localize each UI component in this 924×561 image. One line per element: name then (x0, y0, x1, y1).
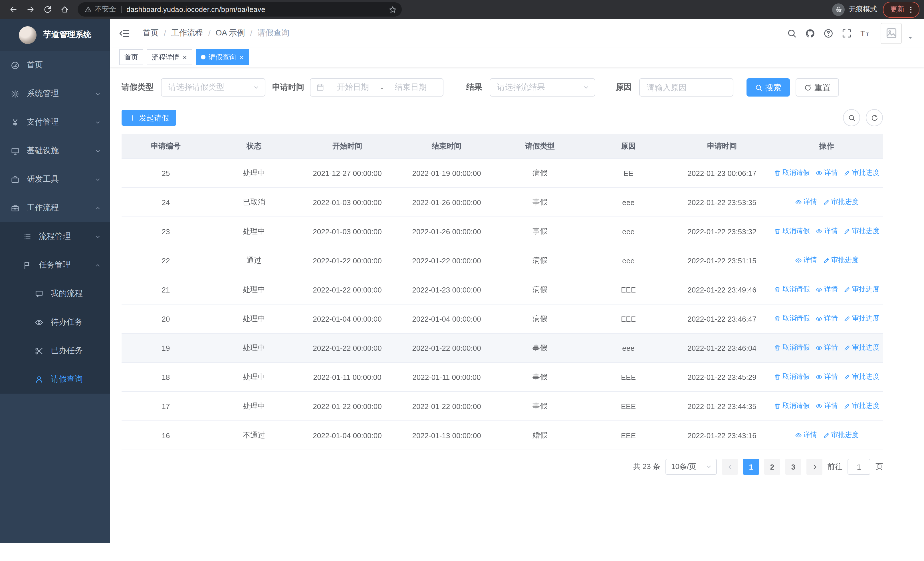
table-row-19: 19处理中2022-01-22 00:00:002022-01-22 00:00… (122, 333, 883, 362)
breadcrumb-item[interactable]: 工作流程 (171, 28, 203, 38)
tab-label: 首页 (124, 52, 138, 62)
breadcrumb-separator: / (250, 29, 252, 38)
sidebar-item-我的流程[interactable]: 我的流程 (0, 279, 110, 308)
audit-link[interactable]: 审批进度 (823, 197, 859, 207)
audit-link[interactable]: 审批进度 (843, 285, 879, 295)
audit-link[interactable]: 审批进度 (843, 168, 879, 178)
hamburger-icon[interactable] (119, 28, 129, 39)
table-row-20: 20处理中2022-01-04 00:00:002022-01-04 00:00… (122, 304, 883, 333)
detail-link[interactable]: 详情 (816, 227, 838, 236)
github-icon[interactable] (805, 28, 815, 38)
page-suffix-label: 页 (876, 462, 883, 472)
kebab-menu-icon[interactable] (904, 3, 917, 16)
audit-link[interactable]: 审批进度 (823, 430, 859, 440)
sidebar-logo[interactable]: 芋道管理系统 (0, 19, 110, 51)
tab-close-icon[interactable]: × (239, 53, 244, 61)
sidebar-item-工作流程[interactable]: 工作流程 (0, 194, 110, 222)
help-icon[interactable] (824, 28, 833, 38)
page-button-2[interactable]: 2 (764, 459, 780, 475)
cancel-link[interactable]: 取消请假 (774, 343, 810, 353)
chevron-down-icon (253, 84, 260, 91)
page-button-3[interactable]: 3 (785, 459, 801, 475)
url-bar[interactable]: 不安全 dashboard.yudao.iocoder.cn/bpm/oa/le… (78, 2, 402, 17)
sidebar-item-基础设施[interactable]: 基础设施 (0, 137, 110, 165)
tab-close-icon[interactable]: × (183, 53, 187, 61)
cancel-link[interactable]: 取消请假 (774, 314, 810, 323)
leave-type-select[interactable]: 请选择请假类型 (161, 78, 266, 96)
detail-link[interactable]: 详情 (816, 401, 838, 411)
detail-link[interactable]: 详情 (816, 285, 838, 295)
sidebar-item-支付管理[interactable]: 支付管理 (0, 108, 110, 137)
eye-icon (35, 318, 44, 326)
cancel-link[interactable]: 取消请假 (774, 168, 810, 178)
tab-首页[interactable]: 首页 (119, 49, 143, 65)
cancel-link[interactable]: 取消请假 (774, 401, 810, 411)
sidebar-item-已办任务[interactable]: 已办任务 (0, 337, 110, 365)
cell-apply_time: 2022-01-22 23:51:15 (674, 246, 771, 275)
filter-form: 请假类型 请选择请假类型 申请时间 开始日期 - 结束日期 结果 请选择流结果 (122, 78, 883, 96)
cancel-link[interactable]: 取消请假 (774, 227, 810, 236)
font-size-icon[interactable]: TT (860, 28, 870, 38)
sidebar-item-待办任务[interactable]: 待办任务 (0, 308, 110, 337)
create-leave-button[interactable]: 发起请假 (122, 110, 176, 126)
prev-page-button[interactable] (722, 459, 738, 475)
audit-link[interactable]: 审批进度 (843, 314, 879, 323)
page-size-select[interactable]: 10条/页 (666, 459, 717, 475)
detail-link[interactable]: 详情 (795, 256, 817, 265)
chevron-down-icon (95, 233, 101, 240)
browser-forward-icon[interactable] (23, 2, 38, 17)
fullscreen-icon[interactable] (842, 28, 852, 38)
tab-请假查询[interactable]: 请假查询× (195, 49, 249, 65)
view-icon (816, 315, 822, 322)
goto-page-input[interactable] (848, 459, 870, 475)
cancel-link[interactable]: 取消请假 (774, 372, 810, 382)
tab-流程详情[interactable]: 流程详情× (147, 49, 192, 65)
monitor-icon (11, 146, 20, 155)
sidebar-item-任务管理[interactable]: 任务管理 (0, 251, 110, 279)
reset-button[interactable]: 重置 (796, 78, 839, 96)
detail-link[interactable]: 详情 (816, 168, 838, 178)
refresh-table-button[interactable] (866, 109, 883, 126)
audit-link[interactable]: 审批进度 (843, 372, 879, 382)
browser-home-icon[interactable] (57, 2, 72, 17)
sidebar-item-请假查询[interactable]: 请假查询 (0, 365, 110, 394)
result-select[interactable]: 请选择流结果 (490, 78, 595, 96)
sidebar-item-首页[interactable]: 首页 (0, 51, 110, 80)
browser-update-menu-button[interactable]: 更新 (883, 2, 920, 17)
detail-link[interactable]: 详情 (795, 430, 817, 440)
detail-link[interactable]: 详情 (816, 343, 838, 353)
security-warning-label[interactable]: 不安全 (95, 5, 116, 14)
security-warning-icon[interactable] (84, 6, 92, 13)
browser-back-icon[interactable] (6, 2, 21, 17)
cell-status: 处理中 (210, 362, 298, 392)
sidebar-item-流程管理[interactable]: 流程管理 (0, 222, 110, 251)
caret-down-icon[interactable] (907, 34, 914, 41)
chevron-up-icon (95, 262, 101, 268)
detail-link[interactable]: 详情 (816, 314, 838, 323)
audit-link[interactable]: 审批进度 (843, 343, 879, 353)
user-avatar[interactable] (880, 23, 902, 44)
search-button[interactable]: 搜索 (747, 78, 790, 96)
header-search-icon[interactable] (787, 28, 797, 38)
edit-icon (843, 344, 850, 351)
next-page-button[interactable] (806, 459, 822, 475)
detail-link[interactable]: 详情 (795, 197, 817, 207)
page-button-1[interactable]: 1 (743, 459, 759, 475)
chevron-up-icon (95, 205, 101, 211)
sidebar-item-研发工具[interactable]: 研发工具 (0, 165, 110, 194)
breadcrumb-item[interactable]: 首页 (142, 28, 159, 38)
cancel-link[interactable]: 取消请假 (774, 285, 810, 295)
bookmark-star-icon[interactable] (386, 3, 399, 16)
audit-link[interactable]: 审批进度 (823, 256, 859, 265)
audit-link[interactable]: 审批进度 (843, 227, 879, 236)
audit-link-label: 审批进度 (852, 168, 879, 178)
sidebar-item-系统管理[interactable]: 系统管理 (0, 80, 110, 108)
apply-time-range-picker[interactable]: 开始日期 - 结束日期 (310, 78, 444, 96)
detail-link[interactable]: 详情 (816, 372, 838, 382)
audit-link[interactable]: 审批进度 (843, 401, 879, 411)
toggle-search-button[interactable] (843, 109, 860, 126)
breadcrumb-item[interactable]: OA 示例 (216, 28, 245, 38)
url-text[interactable]: dashboard.yudao.iocoder.cn/bpm/oa/leave (126, 5, 386, 14)
browser-reload-icon[interactable] (40, 2, 55, 17)
reason-input[interactable] (639, 78, 734, 96)
